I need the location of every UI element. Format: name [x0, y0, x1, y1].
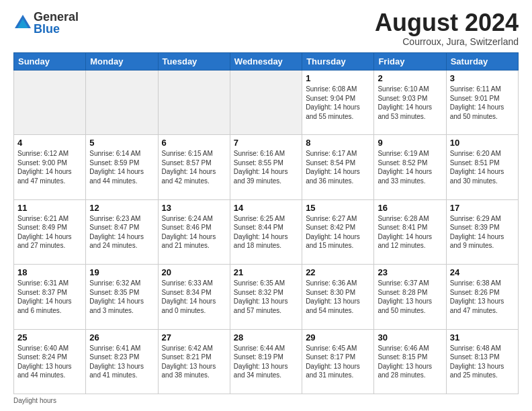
day-info: Sunrise: 6:27 AM Sunset: 8:42 PM Dayligh…: [306, 214, 370, 250]
logo-icon: [13, 13, 32, 32]
calendar-table: SundayMondayTuesdayWednesdayThursdayFrid…: [13, 52, 519, 394]
calendar-cell-10: 10Sunrise: 6:20 AM Sunset: 8:51 PM Dayli…: [446, 135, 518, 199]
calendar-week-2: 11Sunrise: 6:21 AM Sunset: 8:49 PM Dayli…: [14, 199, 519, 264]
location: Courroux, Jura, Switzerland: [375, 36, 519, 47]
day-number: 21: [234, 267, 298, 277]
calendar-week-3: 18Sunrise: 6:31 AM Sunset: 8:37 PM Dayli…: [14, 265, 519, 329]
calendar-cell-26: 26Sunrise: 6:41 AM Sunset: 8:23 PM Dayli…: [86, 329, 158, 394]
calendar-cell-8: 8Sunrise: 6:17 AM Sunset: 8:54 PM Daylig…: [302, 135, 374, 199]
day-number: 16: [378, 203, 442, 213]
col-header-thursday: Thursday: [302, 53, 374, 71]
day-info: Sunrise: 6:23 AM Sunset: 8:47 PM Dayligh…: [89, 214, 154, 250]
day-info: Sunrise: 6:28 AM Sunset: 8:41 PM Dayligh…: [378, 214, 442, 250]
month-year: August 2024: [375, 11, 519, 35]
day-info: Sunrise: 6:11 AM Sunset: 9:01 PM Dayligh…: [450, 85, 515, 121]
day-info: Sunrise: 6:19 AM Sunset: 8:52 PM Dayligh…: [378, 149, 442, 185]
day-number: 24: [450, 267, 515, 277]
day-number: 30: [378, 332, 442, 342]
day-number: 20: [162, 267, 226, 277]
calendar-cell-2: 2Sunrise: 6:10 AM Sunset: 9:03 PM Daylig…: [374, 71, 446, 135]
day-info: Sunrise: 6:21 AM Sunset: 8:49 PM Dayligh…: [17, 214, 82, 250]
day-number: 28: [234, 332, 298, 342]
day-info: Sunrise: 6:48 AM Sunset: 8:13 PM Dayligh…: [450, 344, 515, 380]
col-header-sunday: Sunday: [14, 53, 86, 71]
day-info: Sunrise: 6:31 AM Sunset: 8:37 PM Dayligh…: [17, 279, 82, 315]
calendar-week-1: 4Sunrise: 6:12 AM Sunset: 9:00 PM Daylig…: [14, 135, 519, 199]
day-number: 31: [450, 332, 515, 342]
calendar-cell-6: 6Sunrise: 6:15 AM Sunset: 8:57 PM Daylig…: [158, 135, 230, 199]
calendar-cell-4: 4Sunrise: 6:12 AM Sunset: 9:00 PM Daylig…: [14, 135, 86, 199]
calendar-cell-29: 29Sunrise: 6:45 AM Sunset: 8:17 PM Dayli…: [302, 329, 374, 394]
day-info: Sunrise: 6:08 AM Sunset: 9:04 PM Dayligh…: [306, 85, 370, 121]
calendar-cell-7: 7Sunrise: 6:16 AM Sunset: 8:55 PM Daylig…: [230, 135, 302, 199]
calendar-cell-9: 9Sunrise: 6:19 AM Sunset: 8:52 PM Daylig…: [374, 135, 446, 199]
day-number: 23: [378, 267, 442, 277]
col-header-tuesday: Tuesday: [158, 53, 230, 71]
calendar-cell-25: 25Sunrise: 6:40 AM Sunset: 8:24 PM Dayli…: [14, 329, 86, 394]
day-info: Sunrise: 6:41 AM Sunset: 8:23 PM Dayligh…: [89, 344, 154, 380]
calendar-cell-28: 28Sunrise: 6:44 AM Sunset: 8:19 PM Dayli…: [230, 329, 302, 394]
calendar-cell-31: 31Sunrise: 6:48 AM Sunset: 8:13 PM Dayli…: [446, 329, 518, 394]
calendar-cell-27: 27Sunrise: 6:42 AM Sunset: 8:21 PM Dayli…: [158, 329, 230, 394]
day-number: 14: [234, 203, 298, 213]
calendar-cell-18: 18Sunrise: 6:31 AM Sunset: 8:37 PM Dayli…: [14, 265, 86, 329]
col-header-saturday: Saturday: [446, 53, 518, 71]
calendar-cell-empty: [158, 71, 230, 135]
calendar-cell-empty: [86, 71, 158, 135]
calendar-cell-19: 19Sunrise: 6:32 AM Sunset: 8:35 PM Dayli…: [86, 265, 158, 329]
calendar-cell-15: 15Sunrise: 6:27 AM Sunset: 8:42 PM Dayli…: [302, 199, 374, 264]
day-number: 2: [378, 73, 442, 83]
day-info: Sunrise: 6:42 AM Sunset: 8:21 PM Dayligh…: [162, 344, 226, 380]
calendar-cell-13: 13Sunrise: 6:24 AM Sunset: 8:46 PM Dayli…: [158, 199, 230, 264]
day-number: 3: [450, 73, 515, 83]
col-header-monday: Monday: [86, 53, 158, 71]
day-number: 25: [17, 332, 82, 342]
day-info: Sunrise: 6:20 AM Sunset: 8:51 PM Dayligh…: [450, 149, 515, 185]
day-number: 13: [162, 203, 226, 213]
logo-general: General: [34, 11, 79, 23]
title-block: August 2024 Courroux, Jura, Switzerland: [375, 11, 519, 47]
day-info: Sunrise: 6:33 AM Sunset: 8:34 PM Dayligh…: [162, 279, 226, 315]
day-info: Sunrise: 6:25 AM Sunset: 8:44 PM Dayligh…: [234, 214, 298, 250]
day-info: Sunrise: 6:46 AM Sunset: 8:15 PM Dayligh…: [378, 344, 442, 380]
day-number: 26: [89, 332, 154, 342]
header: General Blue August 2024 Courroux, Jura,…: [13, 11, 519, 47]
day-number: 5: [89, 138, 154, 148]
day-info: Sunrise: 6:16 AM Sunset: 8:55 PM Dayligh…: [234, 149, 298, 185]
day-info: Sunrise: 6:37 AM Sunset: 8:28 PM Dayligh…: [378, 279, 442, 315]
day-number: 12: [89, 203, 154, 213]
calendar-cell-1: 1Sunrise: 6:08 AM Sunset: 9:04 PM Daylig…: [302, 71, 374, 135]
calendar-cell-3: 3Sunrise: 6:11 AM Sunset: 9:01 PM Daylig…: [446, 71, 518, 135]
day-number: 29: [306, 332, 370, 342]
calendar-header-row: SundayMondayTuesdayWednesdayThursdayFrid…: [14, 53, 519, 71]
day-number: 27: [162, 332, 226, 342]
calendar-cell-empty: [14, 71, 86, 135]
day-info: Sunrise: 6:17 AM Sunset: 8:54 PM Dayligh…: [306, 149, 370, 185]
calendar-cell-empty: [230, 71, 302, 135]
day-number: 15: [306, 203, 370, 213]
day-info: Sunrise: 6:36 AM Sunset: 8:30 PM Dayligh…: [306, 279, 370, 315]
calendar-cell-17: 17Sunrise: 6:29 AM Sunset: 8:39 PM Dayli…: [446, 199, 518, 264]
calendar-week-4: 25Sunrise: 6:40 AM Sunset: 8:24 PM Dayli…: [14, 329, 519, 394]
calendar-cell-20: 20Sunrise: 6:33 AM Sunset: 8:34 PM Dayli…: [158, 265, 230, 329]
day-number: 10: [450, 138, 515, 148]
calendar-cell-12: 12Sunrise: 6:23 AM Sunset: 8:47 PM Dayli…: [86, 199, 158, 264]
day-info: Sunrise: 6:10 AM Sunset: 9:03 PM Dayligh…: [378, 85, 442, 121]
day-info: Sunrise: 6:24 AM Sunset: 8:46 PM Dayligh…: [162, 214, 226, 250]
calendar-week-0: 1Sunrise: 6:08 AM Sunset: 9:04 PM Daylig…: [14, 71, 519, 135]
day-number: 17: [450, 203, 515, 213]
logo: General Blue: [13, 11, 79, 35]
day-number: 19: [89, 267, 154, 277]
calendar-cell-21: 21Sunrise: 6:35 AM Sunset: 8:32 PM Dayli…: [230, 265, 302, 329]
day-number: 7: [234, 138, 298, 148]
day-number: 8: [306, 138, 370, 148]
calendar-cell-5: 5Sunrise: 6:14 AM Sunset: 8:59 PM Daylig…: [86, 135, 158, 199]
day-info: Sunrise: 6:35 AM Sunset: 8:32 PM Dayligh…: [234, 279, 298, 315]
calendar-cell-22: 22Sunrise: 6:36 AM Sunset: 8:30 PM Dayli…: [302, 265, 374, 329]
calendar-cell-23: 23Sunrise: 6:37 AM Sunset: 8:28 PM Dayli…: [374, 265, 446, 329]
day-number: 22: [306, 267, 370, 277]
day-info: Sunrise: 6:38 AM Sunset: 8:26 PM Dayligh…: [450, 279, 515, 315]
calendar-cell-14: 14Sunrise: 6:25 AM Sunset: 8:44 PM Dayli…: [230, 199, 302, 264]
day-info: Sunrise: 6:32 AM Sunset: 8:35 PM Dayligh…: [89, 279, 154, 315]
col-header-wednesday: Wednesday: [230, 53, 302, 71]
